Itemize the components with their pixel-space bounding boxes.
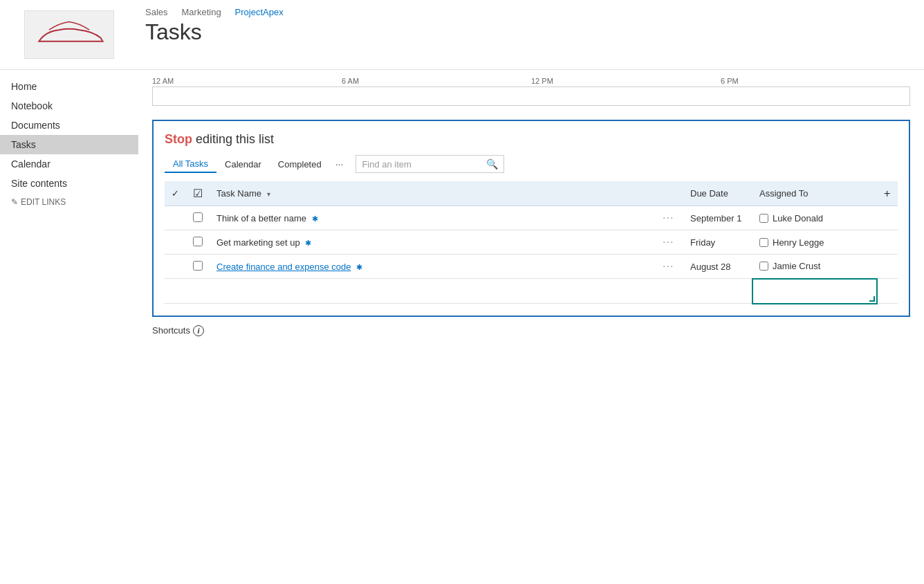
row3-checkbox-cell[interactable] — [186, 255, 210, 279]
row1-person-checkbox[interactable] — [759, 214, 768, 223]
timeline: 12 AM 6 AM 12 PM 6 PM — [152, 77, 910, 106]
info-icon[interactable]: i — [193, 325, 204, 336]
row1-person: Luke Donald — [759, 213, 870, 223]
row3-task-name[interactable]: Create finance and expense code — [216, 262, 351, 272]
empty-name-cell — [210, 279, 656, 304]
row1-add-cell — [877, 206, 898, 230]
sidebar-item-site-contents[interactable]: Site contents — [0, 174, 138, 193]
empty-due-cell — [683, 279, 752, 304]
nav-sales[interactable]: Sales — [145, 7, 168, 17]
task-table: ✓ ☑ Task Name ▾ Due Date — [165, 181, 898, 304]
assigned-to-label: Assigned To — [759, 188, 808, 199]
nav-links: Sales Marketing ProjectApex — [145, 7, 284, 17]
editing-text: editing this list — [196, 132, 274, 146]
edit-links-label: EDIT LINKS — [21, 197, 66, 207]
col-header-checkbox: ☑ — [186, 181, 210, 206]
search-button[interactable]: 🔍 — [481, 156, 503, 172]
row1-check-cell — [165, 206, 186, 230]
nav-marketing[interactable]: Marketing — [182, 7, 221, 17]
empty-dots-cell — [656, 279, 683, 304]
pencil-icon: ✎ — [11, 197, 18, 207]
row1-name-cell: Think of a better name ✱ — [210, 206, 656, 230]
checkbox-icon: ☑ — [193, 188, 203, 199]
row2-person: Henry Legge — [759, 237, 870, 248]
shortcuts: Shortcuts i — [152, 325, 910, 336]
row2-task-name: Get marketing set up — [216, 237, 300, 248]
stop-editing-button[interactable]: Stop editing this list — [165, 132, 898, 147]
tab-completed[interactable]: Completed — [270, 156, 330, 172]
row1-assigned-cell: Luke Donald — [752, 206, 877, 230]
nav-projectapex[interactable]: ProjectApex — [235, 7, 284, 17]
timeline-label-12am: 12 AM — [152, 77, 342, 85]
row1-more-button[interactable]: ··· — [663, 212, 674, 224]
row3-name-cell: Create finance and expense code ✱ — [210, 255, 656, 279]
row3-star-icon: ✱ — [356, 263, 362, 271]
shortcuts-label: Shortcuts — [152, 325, 190, 336]
sidebar-item-tasks[interactable]: Tasks — [0, 135, 138, 154]
logo-image — [24, 10, 114, 59]
row2-check-cell — [165, 230, 186, 255]
col-header-check: ✓ — [165, 181, 186, 206]
table-row: Think of a better name ✱ ··· September 1… — [165, 206, 898, 230]
timeline-labels: 12 AM 6 AM 12 PM 6 PM — [152, 77, 910, 85]
table-row-empty — [165, 279, 898, 304]
row1-checkbox-cell[interactable] — [186, 206, 210, 230]
timeline-label-6am: 6 AM — [342, 77, 531, 85]
list-header: Stop editing this list All Tasks Calenda… — [165, 132, 898, 173]
row1-person-name: Luke Donald — [773, 213, 823, 223]
empty-check-cell — [165, 279, 186, 304]
col-header-due[interactable]: Due Date — [683, 181, 752, 206]
sidebar-item-documents[interactable]: Documents — [0, 116, 138, 135]
tab-calendar[interactable]: Calendar — [216, 156, 270, 172]
row3-dots-cell[interactable]: ··· — [656, 255, 683, 279]
row3-checkbox[interactable] — [193, 261, 203, 271]
timeline-label-12pm: 12 PM — [531, 77, 721, 85]
tab-more[interactable]: ··· — [330, 156, 349, 172]
empty-assigned-cell[interactable] — [752, 279, 877, 304]
timeline-bar — [152, 86, 910, 106]
add-column-button[interactable]: + — [884, 188, 890, 200]
empty-checkbox-cell — [186, 279, 210, 304]
row2-checkbox[interactable] — [193, 237, 203, 246]
row3-person: Jamie Crust — [759, 261, 870, 271]
svg-rect-0 — [26, 11, 113, 58]
row3-more-button[interactable]: ··· — [663, 260, 674, 273]
timeline-label-6pm: 6 PM — [721, 77, 910, 85]
header: Sales Marketing ProjectApex Tasks — [0, 0, 924, 70]
empty-add-cell — [877, 279, 898, 304]
row2-dots-cell[interactable]: ··· — [656, 230, 683, 255]
row1-dots-cell[interactable]: ··· — [656, 206, 683, 230]
col-header-assigned[interactable]: Assigned To — [752, 181, 877, 206]
edit-links[interactable]: ✎ EDIT LINKS — [0, 193, 138, 211]
main-content: 12 AM 6 AM 12 PM 6 PM Stop editing this … — [138, 70, 924, 343]
row1-due-cell: September 1 — [683, 206, 752, 230]
sidebar-item-calendar[interactable]: Calendar — [0, 154, 138, 174]
row2-checkbox-cell[interactable] — [186, 230, 210, 255]
row3-add-cell — [877, 255, 898, 279]
row2-assigned-cell: Henry Legge — [752, 230, 877, 255]
header-nav: Sales Marketing ProjectApex Tasks — [138, 7, 284, 44]
row3-due-cell: August 28 — [683, 255, 752, 279]
row2-person-checkbox[interactable] — [759, 238, 768, 247]
logo-area — [0, 7, 138, 62]
list-container: Stop editing this list All Tasks Calenda… — [152, 120, 910, 317]
col-header-add[interactable]: + — [877, 181, 898, 206]
row3-assigned-cell: Jamie Crust — [752, 255, 877, 279]
row2-star-icon: ✱ — [305, 239, 311, 247]
row2-name-cell: Get marketing set up ✱ — [210, 230, 656, 255]
sidebar-item-home[interactable]: Home — [0, 77, 138, 96]
row1-task-name: Think of a better name — [216, 213, 306, 223]
tab-all-tasks[interactable]: All Tasks — [165, 156, 216, 173]
sort-arrow-icon: ▾ — [267, 190, 270, 198]
row1-checkbox[interactable] — [193, 212, 203, 222]
row2-due-cell: Friday — [683, 230, 752, 255]
due-date-label: Due Date — [690, 188, 728, 199]
row2-more-button[interactable]: ··· — [663, 236, 674, 248]
sidebar-item-notebook[interactable]: Notebook — [0, 96, 138, 116]
search-icon: 🔍 — [486, 158, 498, 170]
search-box: 🔍 — [355, 155, 504, 173]
col-header-task-name[interactable]: Task Name ▾ — [210, 181, 656, 206]
row3-person-checkbox[interactable] — [759, 262, 768, 271]
search-input[interactable] — [356, 156, 481, 172]
resize-handle[interactable] — [869, 296, 875, 302]
